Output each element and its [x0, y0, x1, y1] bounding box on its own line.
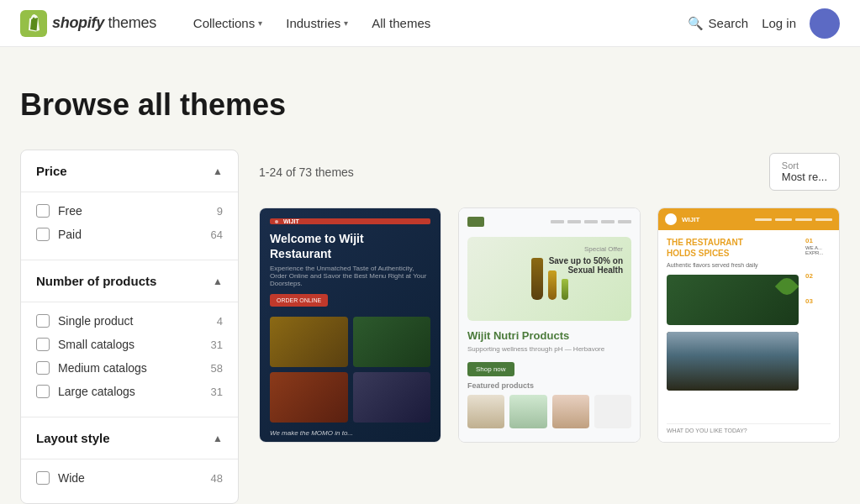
theme1-food-images [270, 317, 430, 423]
price-chevron-icon: ▲ [213, 165, 223, 177]
theme1-food-img-2 [353, 317, 431, 367]
price-filter-section: Price ▲ Free 9 Paid 64 [20, 150, 239, 504]
layout-chevron-icon: ▲ [213, 433, 223, 444]
free-label: Free [58, 204, 82, 218]
small-catalogs-checkbox[interactable] [36, 338, 50, 351]
theme-card-1[interactable]: WIJIT Welcome to WijitRestaurant Experie… [259, 207, 441, 443]
theme3-headline: THE RESTAURANTHOLDS SPICES [667, 237, 799, 259]
theme-preview-1: WIJIT Welcome to WijitRestaurant Experie… [260, 208, 441, 442]
wide-checkbox[interactable] [36, 471, 50, 485]
theme-preview-2: Special Offer Save up to 50% onSexual He… [459, 208, 640, 442]
theme2-bottle-3 [562, 279, 568, 300]
theme3-nav-items [755, 218, 832, 221]
theme2-product-3 [552, 395, 589, 428]
search-button[interactable]: 🔍 Search [688, 16, 749, 31]
large-catalogs-checkbox[interactable] [36, 385, 50, 398]
nav-collections[interactable]: Collections ▾ [183, 9, 272, 37]
theme-preview-3: WIJIT THE RESTAURANTHOLDS SPICES Authent… [658, 208, 839, 442]
theme3-numbers-col: 01 WE A...EXPR... 02 03 [805, 237, 831, 418]
theme1-food-img-1 [270, 317, 348, 367]
main-content: Price ▲ Free 9 Paid 64 [0, 150, 860, 504]
theme3-main-col: THE RESTAURANTHOLDS SPICES Authentic fla… [667, 237, 799, 418]
filter-item-paid: Paid 64 [36, 223, 223, 246]
price-filter-items: Free 9 Paid 64 [21, 192, 238, 260]
sort-dropdown[interactable]: Sort Most re... [769, 153, 840, 191]
theme3-content: THE RESTAURANTHOLDS SPICES Authentic fla… [667, 237, 831, 418]
nav-industries[interactable]: Industries ▾ [276, 9, 358, 37]
theme1-headline: Welcome to WijitRestaurant [270, 231, 430, 261]
theme3-leaf-decoration [775, 275, 799, 298]
theme3-number-3: 03 [805, 297, 831, 306]
search-icon: 🔍 [688, 16, 704, 31]
theme1-food-img-3 [270, 372, 348, 423]
theme3-number-2: 02 [805, 272, 831, 281]
products-filter-header[interactable]: Number of products ▲ [21, 260, 238, 302]
theme2-logo [467, 217, 484, 227]
theme3-brand-name: WIJIT [682, 216, 699, 223]
small-catalogs-label: Small catalogs [58, 338, 135, 351]
theme3-number-1: 01 WE A...EXPR... [805, 237, 831, 255]
theme2-promo-text: Special Offer Save up to 50% onSexual He… [549, 245, 623, 275]
page-title: Browse all themes [20, 87, 840, 123]
themes-grid: WIJIT Welcome to WijitRestaurant Experie… [259, 207, 840, 443]
single-product-label: Single product [58, 314, 134, 328]
theme2-nav-items [551, 220, 631, 223]
theme1-topbar: WIJIT [270, 218, 430, 224]
themes-area: 1-24 of 73 themes Sort Most re... WIJIT … [259, 150, 840, 504]
user-avatar[interactable] [810, 8, 840, 39]
sort-value: Most re... [782, 171, 827, 183]
filter-item-medium: Medium catalogs 58 [36, 356, 223, 380]
paid-label: Paid [58, 228, 82, 241]
small-catalogs-count: 31 [211, 339, 223, 351]
logo-brand-text: shopify themes [52, 14, 156, 32]
theme1-food-img-4 [353, 372, 431, 423]
theme-card-3[interactable]: WIJIT THE RESTAURANTHOLDS SPICES Authent… [657, 207, 840, 443]
layout-filter-header[interactable]: Layout style ▲ [21, 417, 238, 459]
products-chevron-icon: ▲ [213, 276, 223, 287]
theme2-bottle-2 [548, 270, 557, 300]
collections-chevron-icon: ▾ [258, 18, 262, 28]
products-filter-title: Number of products [36, 274, 156, 288]
filter-sidebar: Price ▲ Free 9 Paid 64 [20, 150, 239, 504]
login-button[interactable]: Log in [762, 16, 796, 30]
theme2-hero-image: Special Offer Save up to 50% onSexual He… [467, 237, 631, 321]
site-logo[interactable]: shopify themes [20, 10, 156, 37]
nav-right-area: 🔍 Search Log in [688, 8, 840, 39]
free-checkbox[interactable] [36, 204, 50, 218]
theme3-restaurant-image [667, 332, 799, 391]
navbar: shopify themes Collections ▾ Industries … [0, 0, 860, 47]
theme3-top-image [667, 275, 799, 325]
sort-label: Sort [782, 160, 827, 171]
theme2-save-value: Save up to 50% onSexual Health [549, 256, 623, 275]
theme2-shop-btn: Shop now [467, 360, 631, 375]
medium-catalogs-label: Medium catalogs [58, 361, 147, 375]
layout-filter-title: Layout style [36, 431, 110, 445]
filter-item-single: Single product 4 [36, 309, 223, 333]
theme2-product-1 [467, 395, 504, 428]
hero-section: Browse all themes [0, 47, 860, 150]
single-product-checkbox[interactable] [36, 314, 50, 328]
price-filter-header[interactable]: Price ▲ [21, 150, 238, 192]
main-nav: Collections ▾ Industries ▾ All themes [183, 9, 688, 37]
theme2-save-label: Special Offer [549, 245, 623, 253]
large-catalogs-label: Large catalogs [58, 385, 135, 398]
theme1-cta-button: ORDER ONLINE [270, 294, 328, 307]
theme2-product-4 [594, 395, 631, 428]
nav-all-themes[interactable]: All themes [361, 9, 441, 37]
paid-checkbox[interactable] [36, 228, 50, 241]
filter-item-wide: Wide 48 [36, 466, 223, 490]
price-filter-title: Price [36, 164, 67, 178]
filter-item-small: Small catalogs 31 [36, 333, 223, 356]
medium-catalogs-count: 58 [211, 362, 223, 375]
industries-chevron-icon: ▾ [344, 18, 348, 28]
theme2-brand-name: Wijit Nutri Products [467, 329, 631, 342]
large-catalogs-count: 31 [211, 386, 223, 398]
shopify-bag-icon [20, 10, 47, 37]
theme3-restaurant-scene [667, 332, 799, 391]
themes-toolbar: 1-24 of 73 themes Sort Most re... [259, 150, 840, 191]
theme3-sub: Authentic flavors served fresh daily [667, 262, 799, 268]
theme3-logo-icon [665, 213, 677, 225]
medium-catalogs-checkbox[interactable] [36, 361, 50, 375]
theme-card-2[interactable]: Special Offer Save up to 50% onSexual He… [458, 207, 641, 443]
wide-label: Wide [58, 471, 85, 485]
